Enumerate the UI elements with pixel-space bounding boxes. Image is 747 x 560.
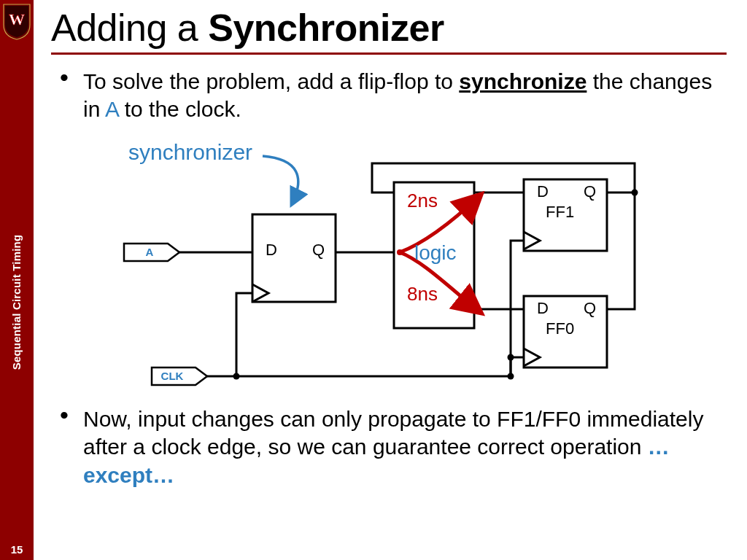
sidebar-course-title: Sequential Circuit Timing <box>10 201 23 405</box>
bullet-list-2: Now, input changes can only propagate to… <box>51 405 727 489</box>
svg-point-18 <box>508 354 514 360</box>
slide-title: Adding a Synchronizer <box>51 6 727 50</box>
svg-text:D: D <box>266 241 277 259</box>
svg-text:Q: Q <box>584 299 596 317</box>
sidebar: W Sequential Circuit Timing 15 <box>0 0 34 560</box>
bullet1-sync: synchronize <box>459 69 587 93</box>
title-pre: Adding a <box>51 7 208 49</box>
slide: W Sequential Circuit Timing 15 Adding a … <box>0 0 747 560</box>
ff1-label: FF1 <box>546 203 574 222</box>
title-rule <box>51 52 727 55</box>
uw-crest-icon: W <box>2 3 31 41</box>
bullet-1: To solve the problem, add a flip-flop to… <box>51 68 727 124</box>
bullet-2: Now, input changes can only propagate to… <box>51 405 727 489</box>
ff0-label: FF0 <box>546 319 574 338</box>
logic-label: logic <box>414 241 457 265</box>
signal-CLK-icon: CLK <box>152 368 207 385</box>
svg-text:A: A <box>146 246 154 258</box>
delay-8ns-label: 8ns <box>407 283 438 306</box>
bullet-list: To solve the problem, add a flip-flop to… <box>51 68 727 124</box>
svg-point-17 <box>508 373 514 379</box>
slide-content: Adding a Synchronizer To solve the probl… <box>34 0 747 560</box>
signal-A-icon: A <box>124 244 179 261</box>
svg-text:CLK: CLK <box>161 370 184 382</box>
delay-2ns-label: 2ns <box>407 190 438 212</box>
bullet2-text: Now, input changes can only propagate to… <box>83 407 703 459</box>
bullet1-pre: To solve the problem, add a flip-flop to <box>83 69 459 93</box>
svg-text:D: D <box>537 299 549 317</box>
svg-text:W: W <box>9 10 25 28</box>
svg-text:D: D <box>537 182 549 201</box>
synchronizer-label: synchronizer <box>128 140 252 165</box>
svg-text:Q: Q <box>312 241 325 259</box>
svg-point-15 <box>632 189 638 195</box>
bullet1-post: to the clock. <box>118 97 241 121</box>
circuit-diagram: A CLK D Q D Q <box>80 134 678 397</box>
svg-text:Q: Q <box>584 182 596 201</box>
svg-point-16 <box>233 373 240 379</box>
title-strong: Synchronizer <box>208 7 444 49</box>
svg-point-19 <box>397 249 403 255</box>
page-number: 15 <box>0 543 34 556</box>
bullet1-A: A <box>105 97 118 121</box>
